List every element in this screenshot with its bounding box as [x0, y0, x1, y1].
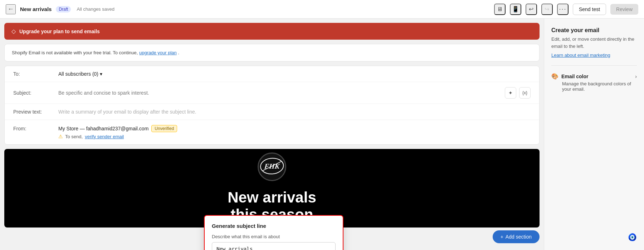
verify-warning-text: To send, [65, 134, 83, 139]
from-label: From: [13, 125, 53, 131]
back-button[interactable]: ← [6, 4, 16, 14]
popup-desc: Describe what this email is about [212, 234, 336, 239]
subject-actions: ✦ {x} [505, 87, 531, 99]
add-section-label: Add section [506, 234, 532, 240]
shopify-notice: Shopify Email is not available with your… [4, 44, 540, 61]
review-button[interactable]: Review [610, 4, 638, 15]
email-color-label: Email color [561, 74, 635, 79]
more-options-button[interactable]: ··· [557, 4, 569, 15]
sidebar-email-color-section: 🎨 Email color › Manage the background co… [551, 73, 637, 92]
from-row: From: My Store — fahadhamid237@gmail.com… [5, 120, 539, 144]
learn-link[interactable]: Learn about email marketing [551, 52, 610, 58]
popup-input[interactable] [212, 242, 336, 250]
warn-icon: ⚠ [58, 134, 63, 139]
preview-text-row: Preview text: Write a summary of your em… [5, 104, 539, 120]
preview-placeholder: Write a summary of your email to display… [58, 109, 531, 115]
subject-label: Subject: [13, 90, 53, 96]
upgrade-plan-link[interactable]: upgrade your plan [139, 50, 177, 55]
send-test-button[interactable]: Send test [573, 4, 606, 15]
recipient-dropdown-icon: ▾ [100, 71, 102, 77]
desktop-view-button[interactable]: 🖥 [494, 4, 506, 15]
shopify-notice-text-after: . [178, 50, 179, 55]
upgrade-icon: ◇ [11, 28, 16, 35]
popup-title: Generate subject line [212, 223, 336, 229]
logo-text: FHK [259, 157, 286, 177]
to-value: All subscribers (0) ▾ [58, 71, 531, 77]
page-title: New arrivals [20, 6, 52, 12]
top-nav: ← New arrivals Draft All changes saved 🖥… [0, 0, 644, 19]
sidebar-create-section: Create your email Edit, add, or move con… [551, 27, 637, 58]
add-section-button[interactable]: + Add section [493, 230, 540, 243]
subject-variable-button[interactable]: {x} [519, 87, 531, 99]
logo-svg: FHK [259, 157, 285, 175]
sidebar-desc: Edit, add, or move content directly in t… [551, 36, 637, 50]
add-section-plus: + [501, 234, 503, 240]
email-form-card: To: All subscribers (0) ▾ Subject: ✦ {x} [4, 66, 540, 145]
verify-sender-link[interactable]: verify sender email [85, 134, 124, 139]
store-logo: FHK [258, 152, 286, 181]
hero-text-line1: New arrivals [228, 189, 316, 206]
email-color-chevron[interactable]: › [635, 74, 637, 79]
email-color-desc: Manage the background colors of your ema… [551, 81, 637, 92]
email-logo-area: FHK [4, 149, 540, 185]
shopify-notice-text-before: Shopify Email is not available with your… [12, 50, 138, 55]
subject-ai-button[interactable]: ✦ [505, 87, 516, 99]
right-sidebar: Create your email Edit, add, or move con… [544, 19, 644, 250]
unverified-badge: Unverified [151, 125, 177, 132]
upgrade-banner: ◇ Upgrade your plan to send emails [4, 23, 540, 40]
sidebar-divider-1 [551, 65, 637, 66]
from-value: My Store — fahadhamid237@gmail.com Unver… [58, 125, 177, 139]
subject-input[interactable] [58, 90, 499, 96]
ai-assistant-icon[interactable]: 🧿 [628, 233, 637, 241]
left-panel: ◇ Upgrade your plan to send emails Shopi… [0, 19, 544, 250]
main-area: ◇ Upgrade your plan to send emails Shopi… [0, 19, 644, 250]
generate-subject-popup: Generate subject line Describe what this… [204, 215, 343, 250]
email-color-row: 🎨 Email color › [551, 73, 637, 80]
preview-label: Preview text: [13, 109, 53, 115]
mobile-view-button[interactable]: 📱 [510, 4, 521, 15]
saved-status: All changes saved [77, 6, 114, 12]
content-wrapper: FHK New arrivals this season Gen [0, 149, 544, 250]
upgrade-text: Upgrade your plan to send emails [19, 29, 100, 34]
paint-icon: 🎨 [551, 73, 558, 80]
subject-row: Subject: ✦ {x} [5, 82, 539, 104]
recipient-text: All subscribers (0) [58, 71, 98, 77]
from-email: My Store — fahadhamid237@gmail.com [58, 126, 148, 131]
to-row: To: All subscribers (0) ▾ [5, 66, 539, 82]
redo-button[interactable]: ↪ [541, 4, 553, 15]
draft-badge: Draft [56, 6, 71, 12]
sidebar-title: Create your email [551, 27, 637, 34]
undo-button[interactable]: ↩ [526, 4, 537, 15]
to-label: To: [13, 71, 53, 77]
recipient-dropdown[interactable]: All subscribers (0) ▾ [58, 71, 102, 77]
verify-warning: ⚠ To send, verify sender email [58, 134, 177, 139]
ai-icon-area: 🧿 [551, 233, 637, 241]
